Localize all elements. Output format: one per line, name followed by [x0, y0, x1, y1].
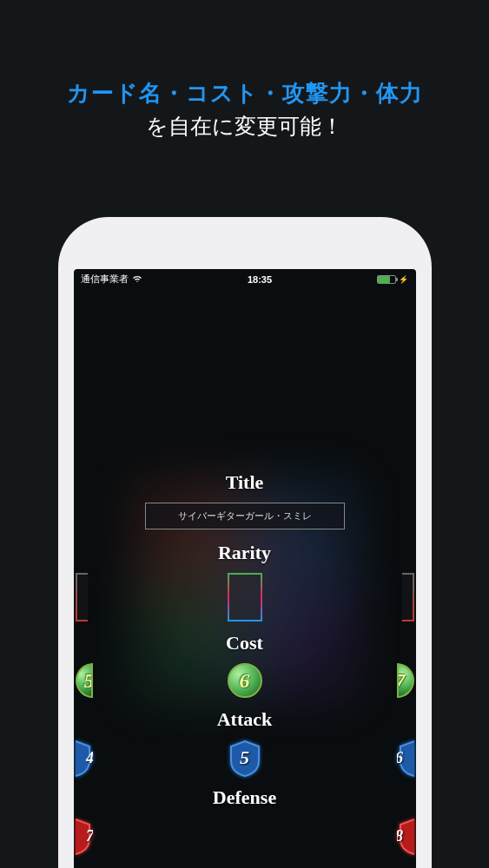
attack-section-label: Attack — [74, 708, 416, 731]
status-right: ⚡ — [377, 275, 408, 284]
promo-heading-blue: カード名・コスト・攻撃力・体力 — [0, 78, 489, 108]
charging-icon: ⚡ — [399, 275, 408, 284]
promo-text: カード名・コスト・攻撃力・体力 を自在に変更可能！ — [0, 0, 489, 141]
rarity-option-prev[interactable] — [76, 573, 88, 621]
rarity-option-selected[interactable] — [228, 573, 262, 621]
attack-selector[interactable]: 4 5 6 — [74, 740, 416, 778]
defense-selector[interactable]: 7 8 — [74, 818, 416, 856]
cost-section-label: Cost — [74, 632, 416, 654]
cost-option-prev[interactable]: 5 — [76, 663, 93, 698]
status-time: 18:35 — [248, 274, 272, 285]
cost-option-selected[interactable]: 6 — [228, 663, 262, 698]
status-left: 通信事業者 — [81, 273, 142, 286]
cost-option-next[interactable]: 7 — [397, 663, 414, 698]
rarity-selector[interactable] — [74, 573, 416, 621]
attack-option-prev[interactable]: 4 — [76, 740, 93, 778]
promo-heading-white: を自在に変更可能！ — [0, 112, 489, 141]
phone-frame: 通信事業者 18:35 ⚡ Title サイバーギターガール・スミレ Rarit… — [58, 217, 432, 868]
attack-option-next[interactable]: 6 — [397, 740, 414, 778]
card-editor: Title サイバーギターガール・スミレ Rarity Cost 5 6 7 A… — [74, 289, 416, 856]
rarity-option-next[interactable] — [402, 573, 414, 621]
battery-icon — [377, 275, 396, 284]
wifi-icon — [132, 274, 142, 285]
cost-selector[interactable]: 5 6 7 — [74, 663, 416, 698]
status-bar: 通信事業者 18:35 ⚡ — [74, 269, 416, 289]
carrier-label: 通信事業者 — [81, 273, 129, 286]
attack-option-selected[interactable]: 5 — [228, 740, 262, 778]
defense-section-label: Defense — [74, 786, 416, 809]
defense-option-next[interactable]: 8 — [397, 818, 414, 856]
phone-screen: 通信事業者 18:35 ⚡ Title サイバーギターガール・スミレ Rarit… — [74, 269, 416, 868]
defense-option-prev[interactable]: 7 — [76, 818, 93, 856]
card-title-input[interactable]: サイバーギターガール・スミレ — [145, 503, 345, 529]
rarity-section-label: Rarity — [74, 542, 416, 564]
title-section-label: Title — [74, 471, 416, 494]
